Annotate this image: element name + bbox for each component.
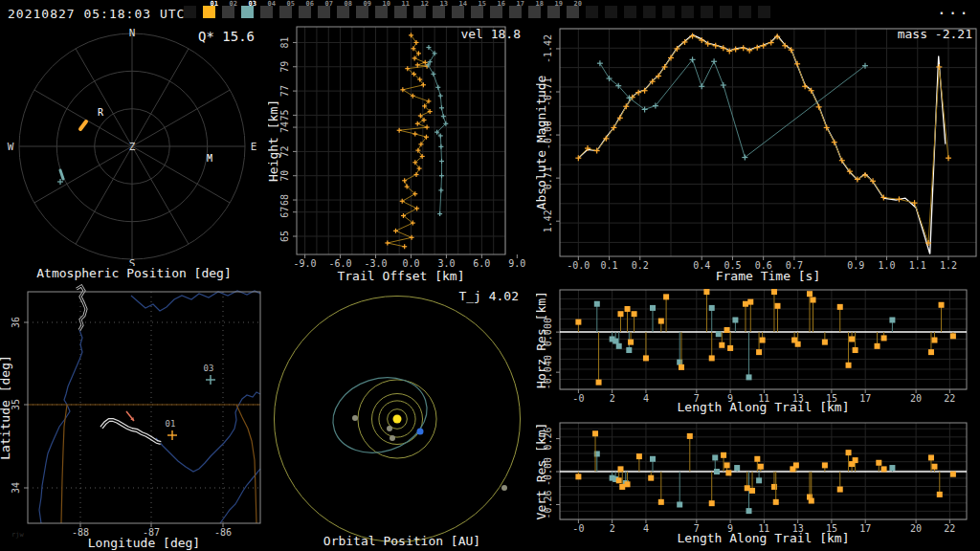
station-slot-blank	[662, 6, 675, 18]
station-toggle-10[interactable]: 10	[375, 6, 388, 18]
station-number-label: 12	[421, 1, 429, 8]
horizontal-residuals-plot: -024791113151720220.000-0.040Length Alon…	[536, 283, 980, 417]
station-number-label: 15	[479, 1, 486, 8]
polar-plot-svg: NSWEZRM	[0, 27, 268, 266]
svg-text:17: 17	[859, 393, 871, 404]
svg-text:20: 20	[910, 393, 922, 404]
svg-text:4: 4	[643, 393, 649, 404]
svg-text:-1.42: -1.42	[543, 34, 553, 63]
svg-text:Latitude [deg]: Latitude [deg]	[0, 355, 12, 460]
orbit-plot-title: Orbital Position [AU]	[268, 534, 536, 548]
svg-text:81: 81	[279, 36, 290, 48]
station-number-label: 02	[230, 1, 237, 8]
map-plot-svg: 0103-88-87-86363534Longitude [deg]Latitu…	[0, 283, 268, 551]
svg-text:01: 01	[166, 419, 176, 429]
svg-text:-0: -0	[572, 523, 584, 534]
station-toggle-18[interactable]: 18	[528, 6, 541, 18]
svg-text:Longitude [deg]: Longitude [deg]	[88, 536, 200, 550]
svg-text:22: 22	[944, 393, 955, 404]
station-slot-blank	[720, 6, 732, 18]
station-toggle-19[interactable]: 19	[547, 6, 560, 18]
station-toggle-01[interactable]: 01	[203, 6, 215, 18]
station-number-label: 20	[574, 1, 582, 8]
station-toggle-12[interactable]: 12	[413, 6, 426, 18]
svg-text:-86: -86	[214, 527, 232, 538]
svg-text:Length Along Trail [km]: Length Along Trail [km]	[677, 531, 849, 545]
station-toggle-07[interactable]: 07	[318, 6, 330, 18]
station-number-label: 19	[555, 1, 563, 8]
vert-plot-svg: -024791113151720220.26-0.00-0.26Length A…	[536, 413, 980, 551]
station-toggle-02[interactable]: 02	[222, 6, 234, 18]
station-toggle-16[interactable]: 16	[490, 6, 502, 18]
svg-text:-3.0: -3.0	[364, 258, 387, 269]
trail-plot-svg: -9.0-6.0-3.00.03.06.09.08179777574727068…	[268, 24, 536, 284]
svg-text:65: 65	[279, 231, 290, 242]
station-number-label: 18	[536, 1, 544, 8]
station-toggle-08[interactable]: 08	[337, 6, 349, 18]
tisserand-stat: T_j 4.02	[396, 289, 519, 303]
svg-text:36: 36	[11, 317, 21, 328]
station-number-label: 17	[517, 1, 524, 8]
svg-text:03: 03	[204, 364, 214, 373]
svg-text:75: 75	[279, 109, 290, 121]
svg-text:4: 4	[643, 523, 649, 534]
svg-text:Trail Offset [km]: Trail Offset [km]	[337, 269, 464, 283]
svg-text:Z: Z	[129, 141, 136, 153]
svg-text:79: 79	[279, 61, 290, 73]
svg-text:0.1: 0.1	[601, 260, 618, 271]
station-bar: 0102030405060708091011121314151617181920	[184, 6, 770, 18]
station-number-label: 07	[325, 1, 333, 8]
svg-text:68: 68	[279, 194, 290, 206]
station-toggle-04[interactable]: 04	[260, 6, 273, 18]
station-toggle-15[interactable]: 15	[471, 6, 483, 18]
svg-text:6.0: 6.0	[473, 258, 490, 269]
orbit-plot-svg	[268, 283, 536, 551]
svg-text:22: 22	[944, 523, 955, 534]
station-slot-blank	[701, 6, 713, 18]
station-slot-blank	[681, 6, 694, 18]
svg-text:0.2: 0.2	[632, 260, 649, 271]
vertical-residuals-plot: -024791113151720220.26-0.00-0.26Length A…	[536, 413, 980, 551]
svg-text:2: 2	[610, 523, 615, 534]
timestamp: 20210827 05:18:03 UTC	[8, 7, 185, 21]
station-slot-blank	[586, 6, 598, 18]
svg-text:Height [km]: Height [km]	[268, 99, 280, 182]
svg-text:1.0: 1.0	[879, 260, 896, 271]
station-toggle-05[interactable]: 05	[279, 6, 292, 18]
station-number-label: 13	[440, 1, 448, 8]
watermark: rjw	[11, 531, 24, 539]
svg-text:1.2: 1.2	[940, 260, 957, 271]
station-slot-blank	[624, 6, 636, 18]
mass-stat: mass -2.21	[840, 27, 972, 41]
station-toggle-20[interactable]: 20	[567, 6, 579, 18]
station-toggle-11[interactable]: 11	[394, 6, 407, 18]
svg-text:0.0: 0.0	[402, 258, 419, 269]
station-number-label: 06	[306, 1, 314, 8]
ground-track-map: 0103-88-87-86363534Longitude [deg]Latitu…	[0, 283, 268, 551]
svg-text:W: W	[8, 141, 14, 153]
station-toggle-03[interactable]: 03	[241, 6, 254, 18]
horz-plot-svg: -024791113151720220.000-0.040Length Alon…	[536, 283, 980, 417]
svg-text:70: 70	[279, 170, 290, 182]
station-number-label: 08	[345, 1, 352, 8]
svg-text:S: S	[129, 257, 136, 266]
svg-text:E: E	[251, 141, 257, 153]
svg-text:-88: -88	[72, 527, 89, 538]
svg-text:0.4: 0.4	[693, 260, 710, 271]
svg-text:-0: -0	[572, 393, 584, 404]
station-number-label: 04	[268, 1, 276, 8]
station-slot-blank	[739, 6, 751, 18]
velocity-stat: vel 18.8	[402, 27, 521, 41]
station-toggle-13[interactable]: 13	[433, 6, 445, 18]
station-toggle-17[interactable]: 17	[509, 6, 522, 18]
orbital-position-plot	[268, 283, 536, 551]
overflow-menu-button[interactable]: ...	[937, 0, 970, 18]
svg-text:Length Along Trail [km]: Length Along Trail [km]	[677, 400, 849, 414]
station-toggle-06[interactable]: 06	[299, 6, 311, 18]
app-window: 20210827 05:18:03 UTC 010203040506070809…	[0, 0, 980, 551]
station-number-label: 14	[459, 1, 467, 8]
svg-text:34: 34	[11, 482, 21, 494]
light-curve-plot: -0.00.10.20.40.50.60.70.91.01.11.2-1.42-…	[536, 24, 980, 284]
station-toggle-14[interactable]: 14	[452, 6, 464, 18]
station-toggle-09[interactable]: 09	[356, 6, 368, 18]
